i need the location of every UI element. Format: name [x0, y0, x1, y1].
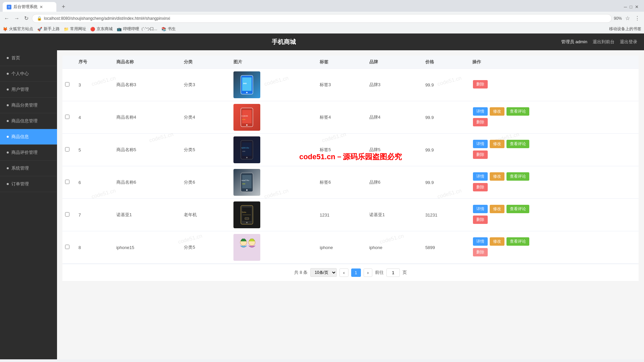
- row-checkbox[interactable]: [65, 212, 69, 217]
- action-buttons: 详情 修改 查看评论 删除: [472, 139, 636, 160]
- bookmark-book[interactable]: 📚 书生: [161, 26, 176, 32]
- col-index: 序号: [76, 56, 114, 69]
- bookmark-newuser[interactable]: 🚀 新手上路: [37, 26, 60, 32]
- bookmark-jd[interactable]: 🔴 京东商城: [90, 26, 113, 32]
- row-checkbox[interactable]: [65, 115, 69, 119]
- row-name: 商品名称4: [114, 101, 181, 134]
- app-container: 手机商城 管理员 admin 退出到前台 退出登录 首页 个人中心 用户管理: [0, 34, 644, 359]
- bookmark-urls[interactable]: 📁 常用网址: [64, 26, 86, 32]
- browser-tab[interactable]: Y 后台管理系统 ✕: [3, 2, 56, 12]
- row-price: 99.9: [423, 134, 470, 166]
- delete-button[interactable]: 删除: [473, 150, 488, 159]
- detail-button[interactable]: 详情: [473, 107, 488, 116]
- row-checkbox[interactable]: [65, 180, 69, 184]
- sidebar-item-users[interactable]: 用户管理: [0, 82, 57, 98]
- forward-button[interactable]: →: [13, 14, 21, 23]
- row-checkbox-cell[interactable]: [62, 134, 76, 166]
- close-window-button[interactable]: ✕: [635, 4, 639, 9]
- row-tag: 标签4: [317, 101, 367, 134]
- row-brand: 品牌3: [367, 69, 423, 101]
- row-brand: 品牌6: [367, 166, 423, 199]
- prev-page-button[interactable]: ‹: [339, 268, 348, 277]
- row-checkbox-cell[interactable]: [62, 166, 76, 199]
- bookmark-icon: 🚀: [37, 27, 42, 32]
- review-button[interactable]: 查看评论: [506, 140, 529, 148]
- row-checkbox-cell[interactable]: [62, 101, 76, 134]
- svg-text:1499: 1499: [242, 150, 246, 152]
- bookmark-button[interactable]: ☆: [624, 14, 631, 23]
- sidebar-dot: [7, 152, 9, 154]
- row-checkbox[interactable]: [65, 147, 69, 152]
- row-checkbox[interactable]: [65, 82, 69, 86]
- edit-button[interactable]: 修改: [490, 140, 504, 148]
- svg-text:iQOO Z1x: iQOO Z1x: [241, 147, 249, 149]
- new-tab-button[interactable]: +: [59, 2, 68, 12]
- delete-button[interactable]: 删除: [473, 216, 488, 224]
- svg-text:红米K40: 红米K40: [241, 115, 248, 117]
- row-image-cell: 红米K40 2779: [231, 101, 317, 134]
- row-category: 分类5: [181, 231, 231, 264]
- sidebar-dot: [7, 183, 9, 185]
- action-buttons: 详情 修改 查看评论 删除: [472, 204, 636, 225]
- row-image-cell: 949: [231, 69, 317, 101]
- row-checkbox-cell[interactable]: [62, 231, 76, 264]
- table-header-row: 序号 商品名称 分类 图片 标签 品牌 价格 操作: [62, 56, 639, 69]
- bookmark-mobile[interactable]: 移动设备上的书签: [609, 26, 641, 32]
- product-image-6: nova7 Pro 3949: [233, 169, 260, 196]
- svg-text:Nokia: Nokia: [242, 211, 246, 213]
- page-number-input[interactable]: [386, 268, 400, 277]
- sidebar-dot: [7, 88, 9, 90]
- sidebar-item-orders[interactable]: 订单管理: [0, 176, 57, 192]
- detail-button[interactable]: 详情: [473, 140, 488, 148]
- sidebar-item-system[interactable]: 系统管理: [0, 161, 57, 176]
- phone-svg: nova7 Pro 3949: [240, 172, 254, 192]
- edit-button[interactable]: 修改: [490, 237, 504, 246]
- next-page-button[interactable]: ›: [364, 268, 372, 277]
- row-checkbox[interactable]: [65, 245, 69, 249]
- back-button[interactable]: ←: [3, 14, 11, 23]
- bookmark-firefox[interactable]: 🦊 火狐官方站点: [3, 26, 33, 32]
- bookmark-bilibili[interactable]: 📺 哔哩哔哩（'·'つ口...: [117, 26, 157, 32]
- sidebar-item-product-info[interactable]: 商品信息: [0, 129, 57, 145]
- reload-button[interactable]: ↻: [23, 14, 30, 23]
- row-actions-cell: 详情 修改 查看评论 删除: [470, 199, 639, 231]
- action-buttons: 详情 修改 查看评论 删除: [472, 172, 636, 192]
- menu-button[interactable]: ⋮: [633, 14, 641, 23]
- detail-button[interactable]: 详情: [473, 172, 488, 181]
- row-index: 6: [76, 166, 114, 199]
- row-tag: 标签5: [317, 134, 367, 166]
- per-page-select[interactable]: 10条/页: [310, 268, 337, 277]
- sidebar-item-product-mgmt[interactable]: 商品信息管理: [0, 113, 57, 129]
- minimize-button[interactable]: ─: [624, 4, 627, 9]
- delete-button[interactable]: 删除: [473, 183, 488, 191]
- review-button[interactable]: 查看评论: [506, 237, 529, 246]
- review-button[interactable]: 查看评论: [506, 172, 529, 181]
- delete-button[interactable]: 删除: [473, 118, 488, 126]
- delete-button[interactable]: 删除: [473, 248, 488, 256]
- address-bar[interactable]: 🔒 localhost:8080/shoujishangcheng/admin/…: [32, 14, 612, 23]
- maximize-button[interactable]: □: [630, 4, 632, 9]
- edit-button[interactable]: 修改: [490, 205, 504, 213]
- row-image-cell: Nokia: [231, 199, 317, 231]
- edit-button[interactable]: 修改: [490, 172, 504, 181]
- logout-link[interactable]: 退出登录: [620, 39, 637, 45]
- row-price: 5899: [423, 231, 470, 264]
- detail-button[interactable]: 详情: [473, 205, 488, 213]
- row-checkbox-cell[interactable]: [62, 69, 76, 101]
- row-actions-cell: 详情 修改 查看评论 删除: [470, 134, 639, 166]
- sidebar-item-profile[interactable]: 个人中心: [0, 66, 57, 82]
- delete-button[interactable]: 删除: [473, 80, 488, 88]
- page-1-button[interactable]: 1: [351, 268, 361, 277]
- edit-button[interactable]: 修改: [490, 107, 504, 116]
- sidebar-item-reviews[interactable]: 商品评价管理: [0, 145, 57, 161]
- table-row: 3 商品名称3 分类3 949: [62, 69, 639, 101]
- tab-close-button[interactable]: ✕: [40, 5, 43, 9]
- goto-front-link[interactable]: 退出到前台: [593, 39, 614, 45]
- review-button[interactable]: 查看评论: [506, 205, 529, 213]
- sidebar-item-category[interactable]: 商品分类管理: [0, 98, 57, 113]
- detail-button[interactable]: 详情: [473, 237, 488, 246]
- row-checkbox-cell[interactable]: [62, 199, 76, 231]
- review-button[interactable]: 查看评论: [506, 107, 529, 116]
- row-index: 3: [76, 69, 114, 101]
- sidebar-item-home[interactable]: 首页: [0, 50, 57, 66]
